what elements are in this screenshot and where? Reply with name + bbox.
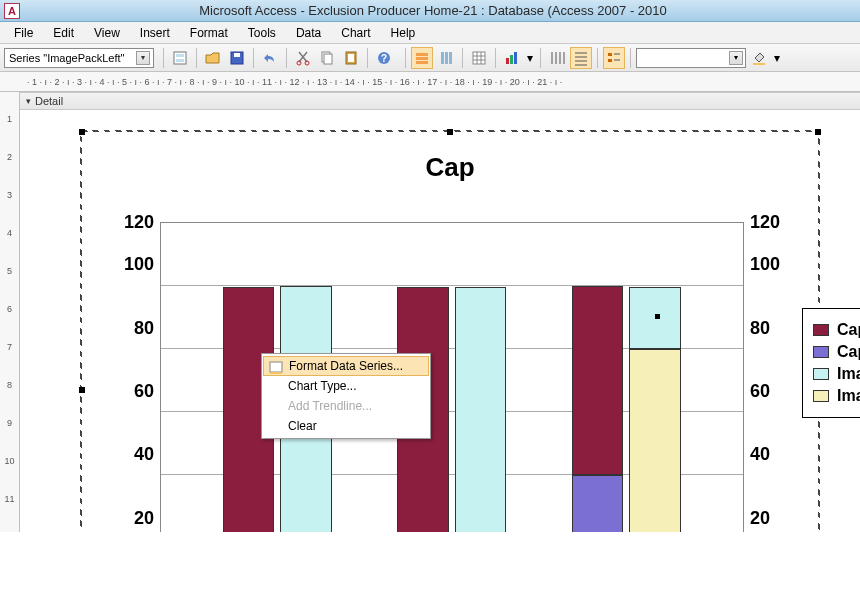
plot-area[interactable]: Format Data Series... Chart Type... Add … xyxy=(160,222,744,532)
paste-icon[interactable] xyxy=(340,47,362,69)
svg-rect-27 xyxy=(608,53,612,56)
context-menu-item-label: Clear xyxy=(288,419,317,433)
svg-rect-15 xyxy=(416,61,428,64)
save-icon[interactable] xyxy=(226,47,248,69)
context-menu-add-trendline: Add Trendline... xyxy=(262,396,430,416)
resize-handle[interactable] xyxy=(79,387,85,393)
chevron-down-icon: ▾ xyxy=(136,51,150,65)
context-menu-item-label: Add Trendline... xyxy=(288,399,372,413)
resize-handle[interactable] xyxy=(79,129,85,135)
legend-item[interactable]: CapPackUsed xyxy=(813,343,860,361)
app-icon: A xyxy=(4,3,20,19)
menu-view[interactable]: View xyxy=(84,24,130,42)
svg-rect-8 xyxy=(324,54,332,64)
svg-rect-19 xyxy=(473,52,485,64)
toolbar: Series "ImagePackLeft" ▾ ? ▾ ▾ ▾ xyxy=(0,44,860,72)
chevron-down-icon: ▾ xyxy=(26,96,31,106)
svg-rect-1 xyxy=(176,54,184,57)
context-menu: Format Data Series... Chart Type... Add … xyxy=(261,353,431,439)
legend-label: CapPackUsed xyxy=(837,343,860,361)
value-axis-grid-button[interactable] xyxy=(570,47,592,69)
menu-bar: File Edit View Insert Format Tools Data … xyxy=(0,22,860,44)
series-select[interactable]: Series "ImagePackLeft" ▾ xyxy=(4,48,154,68)
menu-file[interactable]: File xyxy=(4,24,43,42)
vertical-ruler: 1 2 3 4 5 6 7 8 9 10 11 xyxy=(0,92,20,532)
legend-swatch xyxy=(813,324,829,336)
cut-icon[interactable] xyxy=(292,47,314,69)
chart-legend[interactable]: CapPackLeft CapPackUsed ImagePackLeft Im… xyxy=(802,308,860,418)
menu-chart[interactable]: Chart xyxy=(331,24,380,42)
undo-button[interactable] xyxy=(259,47,281,69)
svg-rect-33 xyxy=(270,372,282,374)
context-menu-chart-type[interactable]: Chart Type... xyxy=(262,376,430,396)
legend-swatch xyxy=(813,368,829,380)
svg-rect-14 xyxy=(416,57,428,60)
fill-color-button[interactable] xyxy=(748,47,770,69)
by-row-button[interactable] xyxy=(411,47,433,69)
legend-swatch xyxy=(813,346,829,358)
svg-rect-28 xyxy=(608,59,612,62)
svg-rect-18 xyxy=(449,52,452,64)
chart-object[interactable]: Cap 0 20 40 60 80 100 120 xyxy=(80,130,820,532)
svg-rect-10 xyxy=(348,54,354,62)
legend-label: CapPackLeft xyxy=(837,321,860,339)
resize-handle[interactable] xyxy=(447,129,453,135)
legend-button[interactable] xyxy=(603,47,625,69)
svg-rect-24 xyxy=(506,58,509,64)
format-dialog-button[interactable] xyxy=(169,47,191,69)
secondary-y-axis[interactable]: 0 20 40 60 80 100 120 xyxy=(744,222,792,532)
svg-rect-25 xyxy=(510,55,513,64)
svg-rect-16 xyxy=(441,52,444,64)
by-column-button[interactable] xyxy=(435,47,457,69)
context-menu-clear[interactable]: Clear xyxy=(262,416,430,436)
chart-type-button[interactable] xyxy=(501,47,523,69)
data-table-button[interactable] xyxy=(468,47,490,69)
chart-type-dd[interactable]: ▾ xyxy=(525,47,535,69)
menu-format[interactable]: Format xyxy=(180,24,238,42)
svg-rect-26 xyxy=(514,52,517,64)
series-select-value: Series "ImagePackLeft" xyxy=(9,52,124,64)
title-bar: A Microsoft Access - Exclusion Producer … xyxy=(0,0,860,22)
resize-handle[interactable] xyxy=(815,129,821,135)
menu-help[interactable]: Help xyxy=(381,24,426,42)
legend-item[interactable]: CapPackLeft xyxy=(813,321,860,339)
chevron-down-icon: ▾ xyxy=(729,51,743,65)
chart-title[interactable]: Cap xyxy=(82,152,818,183)
horizontal-ruler: · 1 · ı · 2 · ı · 3 · ı · 4 · ı · 5 · ı … xyxy=(0,72,860,92)
svg-rect-2 xyxy=(176,59,184,62)
svg-rect-17 xyxy=(445,52,448,64)
context-menu-item-label: Chart Type... xyxy=(288,379,356,393)
design-surface[interactable]: ▾ Detail Cap 0 20 40 60 80 100 xyxy=(20,92,860,532)
legend-item[interactable]: ImagePackUsed xyxy=(813,387,860,405)
category-axis-grid-button[interactable] xyxy=(546,47,568,69)
svg-rect-13 xyxy=(416,53,428,56)
open-icon[interactable] xyxy=(202,47,224,69)
window-title: Microsoft Access - Exclusion Producer Ho… xyxy=(26,3,860,18)
legend-item[interactable]: ImagePackLeft xyxy=(813,365,860,383)
svg-rect-4 xyxy=(234,53,240,57)
fill-color-dd[interactable]: ▾ xyxy=(772,47,782,69)
menu-insert[interactable]: Insert xyxy=(130,24,180,42)
legend-label: ImagePackLeft xyxy=(837,365,860,383)
context-menu-format-data-series[interactable]: Format Data Series... xyxy=(263,356,429,376)
primary-y-axis[interactable]: 0 20 40 60 80 100 120 xyxy=(112,222,160,532)
horizontal-ruler-ticks: · 1 · ı · 2 · ı · 3 · ı · 4 · ı · 5 · ı … xyxy=(22,77,562,87)
help-button[interactable]: ? xyxy=(373,47,395,69)
style-combo[interactable]: ▾ xyxy=(636,48,746,68)
detail-section-header[interactable]: ▾ Detail xyxy=(20,92,860,110)
legend-label: ImagePackUsed xyxy=(837,387,860,405)
menu-edit[interactable]: Edit xyxy=(43,24,84,42)
menu-tools[interactable]: Tools xyxy=(238,24,286,42)
detail-section-label: Detail xyxy=(35,95,63,107)
copy-icon[interactable] xyxy=(316,47,338,69)
svg-rect-32 xyxy=(270,362,282,372)
context-menu-item-label: Format Data Series... xyxy=(289,359,403,373)
svg-rect-0 xyxy=(174,52,186,64)
svg-text:?: ? xyxy=(381,53,387,64)
legend-swatch xyxy=(813,390,829,402)
svg-rect-31 xyxy=(753,63,765,65)
menu-data[interactable]: Data xyxy=(286,24,331,42)
